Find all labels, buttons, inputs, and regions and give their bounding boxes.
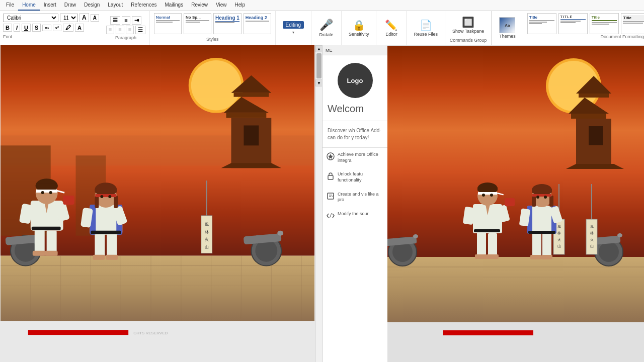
scroll-up-arrow[interactable]: ▲ bbox=[315, 45, 322, 52]
taskpane-feature-1-text: Achieve more Office integra bbox=[338, 152, 383, 163]
tab-review[interactable]: Review bbox=[187, 0, 212, 11]
tab-home[interactable]: Home bbox=[18, 0, 40, 11]
svg-text:風: 風 bbox=[557, 225, 561, 228]
decrease-font-button[interactable]: A bbox=[91, 14, 99, 22]
svg-rect-43 bbox=[33, 251, 46, 256]
create-icon bbox=[327, 192, 335, 200]
svg-text:林: 林 bbox=[590, 231, 594, 235]
tab-help[interactable]: Help bbox=[230, 0, 249, 11]
show-taskpane-button[interactable]: 🔲 Show Taskpane bbox=[449, 13, 487, 37]
scroll-down-arrow[interactable]: ▼ bbox=[315, 79, 322, 86]
svg-rect-120 bbox=[488, 233, 497, 256]
document-formatting-group: Title TITLE Title bbox=[523, 11, 644, 45]
sensitivity-button[interactable]: 🔒 Sensitivity bbox=[346, 14, 372, 42]
tab-file[interactable]: File bbox=[2, 0, 18, 11]
taskpane-feature-2: Unlock featu functionality bbox=[323, 169, 387, 185]
svg-rect-5 bbox=[234, 93, 269, 97]
numbering-button[interactable]: ≡ bbox=[122, 16, 130, 25]
doc-format-title4[interactable]: Title bbox=[621, 13, 644, 34]
svg-rect-54 bbox=[36, 190, 57, 193]
align-left-button[interactable]: ≡ bbox=[106, 26, 114, 34]
font-name-select[interactable]: Calibri bbox=[3, 14, 58, 22]
svg-rect-137 bbox=[542, 231, 551, 256]
tab-insert[interactable]: Insert bbox=[40, 0, 60, 11]
subscript-button[interactable]: x₂ bbox=[42, 25, 51, 31]
bullets-button[interactable]: ☰ bbox=[110, 16, 120, 25]
main-content: 風 林 火 山 bbox=[0, 45, 644, 362]
font-group: Calibri 11 A A B I U S x₂ x² 🖍 A Font bbox=[0, 11, 102, 45]
tab-mailings[interactable]: Mailings bbox=[160, 0, 187, 11]
font-size-select[interactable]: 11 bbox=[60, 14, 78, 22]
svg-rect-60 bbox=[93, 255, 105, 260]
svg-rect-58 bbox=[95, 233, 105, 256]
dictate-icon: 🎤 bbox=[319, 19, 333, 32]
svg-rect-42 bbox=[47, 231, 57, 253]
dictate-label: Dictate bbox=[319, 32, 334, 37]
svg-rect-41 bbox=[35, 228, 45, 253]
svg-rect-53 bbox=[36, 183, 58, 189]
tab-design[interactable]: Design bbox=[80, 0, 104, 11]
dictate-button[interactable]: 🎤 Dictate bbox=[316, 14, 337, 42]
indent-button[interactable]: ⇥ bbox=[132, 16, 141, 25]
svg-rect-44 bbox=[45, 251, 58, 256]
right-game-scene: 風 林 火 山 風 林 火 山 bbox=[387, 45, 644, 362]
heading2-style-box[interactable]: Heading 2 bbox=[244, 13, 271, 34]
tab-draw[interactable]: Draw bbox=[60, 0, 80, 11]
font-row-top: Calibri 11 A A bbox=[3, 13, 99, 22]
svg-point-135 bbox=[490, 194, 493, 197]
heading1-style-box[interactable]: Heading 1 bbox=[213, 13, 242, 34]
svg-rect-71 bbox=[95, 196, 99, 208]
tab-references[interactable]: References bbox=[127, 0, 160, 11]
italic-button[interactable]: I bbox=[14, 24, 20, 32]
taskpane-feature-3: Create and vis like a pro bbox=[323, 190, 387, 205]
svg-rect-72 bbox=[114, 196, 118, 208]
themes-button[interactable]: Aa Themes bbox=[496, 14, 519, 42]
strikethrough-button[interactable]: S bbox=[32, 24, 41, 32]
increase-font-button[interactable]: A bbox=[79, 13, 89, 22]
editing-dropdown-icon: ▾ bbox=[292, 30, 294, 35]
svg-point-152 bbox=[536, 196, 539, 199]
svg-rect-121 bbox=[475, 254, 487, 259]
align-center-button[interactable]: ≡ bbox=[116, 26, 124, 34]
reuse-files-button[interactable]: 📄 Reuse Files bbox=[411, 14, 441, 42]
svg-rect-150 bbox=[549, 196, 553, 207]
font-row-bottom: B I U S x₂ x² 🖍 A bbox=[3, 24, 99, 32]
taskpane-feature-3-text: Create and vis like a pro bbox=[338, 192, 383, 203]
underline-button[interactable]: U bbox=[22, 24, 31, 32]
taskpane-feature-2-text: Unlock featu functionality bbox=[338, 171, 383, 183]
ribbon-right: Aa Themes Title TITLE bbox=[492, 11, 644, 45]
bold-button[interactable]: B bbox=[3, 24, 12, 32]
svg-rect-131 bbox=[477, 187, 498, 192]
superscript-button[interactable]: x² bbox=[53, 25, 61, 31]
no-spacing-style-box[interactable]: No Sp... bbox=[184, 13, 211, 34]
scroll-thumb[interactable] bbox=[316, 53, 321, 78]
svg-point-112 bbox=[617, 233, 622, 237]
svg-text:GHTS RESERVED: GHTS RESERVED bbox=[133, 331, 168, 335]
show-taskpane-label: Show Taskpane bbox=[452, 29, 484, 34]
editing-button[interactable]: Editing ▾ bbox=[280, 14, 307, 42]
doc-format-title1[interactable]: Title bbox=[527, 13, 556, 34]
normal-style-box[interactable]: Normal bbox=[154, 13, 182, 34]
dictate-group: 🎤 Dictate bbox=[311, 11, 342, 45]
font-color-button[interactable]: A bbox=[75, 24, 84, 32]
highlight-button[interactable]: 🖍 bbox=[63, 24, 73, 32]
align-right-button[interactable]: ≡ bbox=[126, 26, 134, 34]
svg-marker-10 bbox=[221, 163, 282, 168]
svg-point-57 bbox=[49, 191, 52, 194]
vertical-scrollbar[interactable]: ▲ ▼ bbox=[315, 45, 322, 362]
justify-button[interactable]: ☰ bbox=[135, 26, 145, 34]
game-scene-svg: 風 林 火 山 bbox=[0, 45, 315, 361]
reuse-files-label: Reuse Files bbox=[414, 32, 438, 37]
tab-view[interactable]: View bbox=[212, 0, 231, 11]
taskpane-header-text: ME bbox=[326, 48, 333, 53]
svg-line-85 bbox=[330, 213, 332, 218]
svg-rect-128 bbox=[505, 198, 515, 206]
doc-format-title3[interactable]: Title bbox=[590, 13, 619, 34]
svg-rect-90 bbox=[579, 94, 609, 98]
svg-text:山: 山 bbox=[590, 244, 594, 248]
editor-button[interactable]: ✏️ Editor bbox=[381, 14, 401, 42]
svg-point-74 bbox=[100, 195, 103, 198]
doc-format-title2[interactable]: TITLE bbox=[558, 13, 588, 34]
tab-layout[interactable]: Layout bbox=[104, 0, 127, 11]
taskpane-header: ME bbox=[323, 45, 387, 55]
